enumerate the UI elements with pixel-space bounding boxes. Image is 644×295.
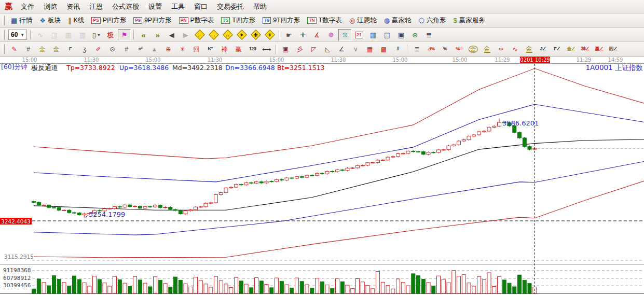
calculator-button[interactable]: ▦	[366, 29, 379, 41]
angle-tool-button[interactable]: ∡	[310, 29, 323, 41]
menu-item-4[interactable]: 江恩	[85, 0, 107, 13]
scale-levels-button[interactable]: ≣	[410, 43, 423, 55]
trend-pen-button[interactable]: ✑	[495, 43, 508, 55]
toolbar-item-kline[interactable]: ∥K线	[64, 16, 88, 25]
toolbar-item-sectors[interactable]: ❖板块	[36, 16, 64, 25]
dense-grid-button[interactable]: #	[120, 43, 133, 55]
overview-button[interactable]: ∿	[34, 29, 47, 41]
wave-tool-button[interactable]: ∿	[509, 43, 522, 55]
ying-angle-button[interactable]: 赢∠	[593, 43, 606, 55]
n2-grid-button[interactable]: n²	[134, 43, 147, 55]
crosshair-tool-button[interactable]: ✛	[296, 29, 309, 41]
circle-cross-button[interactable]: ⊕	[162, 43, 175, 55]
pan-left-button[interactable]: ←	[193, 29, 206, 41]
report-button[interactable]: ▤	[48, 29, 61, 41]
notes-button[interactable]: ▤	[380, 29, 393, 41]
ying-grid-button[interactable]: 赢	[232, 43, 245, 55]
indicator-flag-button[interactable]: ⚑	[118, 29, 131, 41]
toolbar-item-p-square[interactable]: PSP四方形	[88, 16, 130, 25]
toolbar-item-winner-wheel[interactable]: ◍赢家轮	[380, 16, 415, 25]
menu-item-8[interactable]: 窗口	[189, 0, 212, 13]
expand-horizontal-button[interactable]: ↔	[221, 29, 234, 41]
red-grid-b-button[interactable]: ▩	[377, 43, 390, 55]
toolbar-item-9p-square[interactable]: P99P四方形	[130, 16, 175, 25]
percent-levels-button[interactable]: %=	[453, 43, 465, 55]
gold-grid-b-button[interactable]: 金	[50, 43, 63, 55]
toolbar-separator	[30, 30, 31, 39]
j-angle-button[interactable]: J∠	[537, 43, 550, 55]
angle-lines-button[interactable]: ∠	[335, 43, 348, 55]
gold-angle-button[interactable]: 金∠	[565, 43, 578, 55]
arc-tool-button[interactable]: ʒ	[78, 43, 91, 55]
menu-item-5[interactable]: 公式选股	[107, 0, 144, 13]
f-angle-button[interactable]: F∠	[551, 43, 564, 55]
square-spiral-button[interactable]: 回	[190, 43, 203, 55]
toolbar-item-gann-wheel[interactable]: ◎江恩轮	[346, 16, 380, 25]
cone-tool-button[interactable]: ▲	[148, 43, 161, 55]
percent-triangle-button[interactable]: ⊿%	[424, 43, 437, 55]
menu-item-9[interactable]: 交易委托	[212, 0, 249, 13]
hash-grid-button[interactable]: #	[22, 43, 35, 55]
toolbar-item-hexagon[interactable]: ⬡六角形	[415, 16, 450, 25]
gold-grid-a-button[interactable]: 金	[36, 43, 49, 55]
first-bar-button[interactable]: «	[137, 29, 150, 41]
window-tool-button[interactable]: ▣	[279, 43, 292, 55]
number-grid-button[interactable]: 123	[246, 43, 259, 55]
toolbar-item-t-number-table[interactable]: TNT数字表	[304, 16, 345, 25]
chart-canvas[interactable]: 15:0011:3015:0011:3015:0011:3015:0015:00…	[0, 57, 644, 295]
parallel-lines-button[interactable]: //	[391, 43, 404, 55]
f-grid-button[interactable]: F	[64, 43, 77, 55]
network-button[interactable]: ⊛	[408, 29, 421, 41]
shen-grid-button[interactable]: 神	[218, 43, 231, 55]
jifan-channel-button[interactable]: 极	[104, 29, 117, 41]
menu-item-3[interactable]: 资讯	[62, 0, 85, 13]
brush-tool-button[interactable]: ✎	[8, 43, 21, 55]
menu-item-10[interactable]: 帮助	[249, 0, 271, 13]
shen-angle-button[interactable]: 神∠	[579, 43, 592, 55]
compare-9-button[interactable]: ▥	[76, 29, 89, 41]
red-grid-a-button[interactable]: ▦	[363, 43, 376, 55]
candle-style-button[interactable]: ▯▼	[90, 29, 103, 41]
fan-ltri-button[interactable]: ◸	[307, 43, 320, 55]
hand-tool-button[interactable]: ☛	[282, 29, 295, 41]
pan-right-button[interactable]: →	[207, 29, 220, 41]
toolbar-item-t-square[interactable]: TST四方形	[217, 16, 259, 25]
smart-analysis-button[interactable]: ❊	[338, 29, 351, 41]
toolbar-item-p-number-table[interactable]: PNP数字表	[175, 16, 218, 25]
period-select[interactable]: 60▼	[8, 30, 27, 40]
gold-circle-button[interactable]: 金	[467, 43, 479, 55]
gold-line-button[interactable]: 金	[523, 43, 536, 55]
compare-3-button[interactable]: ▥	[62, 29, 75, 41]
toolbar-item-winner-service[interactable]: $赢家服务	[449, 16, 488, 25]
compress-horizontal-button[interactable]: ✦	[235, 29, 248, 41]
v-lines-button[interactable]: ∨	[349, 43, 362, 55]
first-bar-icon: «	[142, 31, 146, 39]
indicator-name[interactable]: 极反通道	[31, 64, 58, 72]
zoom-in-button[interactable]: ✚	[249, 29, 262, 41]
save-button[interactable]: ▣	[394, 29, 407, 41]
percent-button[interactable]: %	[439, 43, 451, 55]
candle-body	[300, 177, 304, 177]
gann-shape-tool-button[interactable]: ❉	[324, 29, 337, 41]
menu-item-2[interactable]: 浏览	[39, 0, 62, 13]
ray-fan-button[interactable]: 彡	[293, 43, 306, 55]
gold-levels-button[interactable]: 金	[481, 43, 494, 55]
print-button[interactable]: ≣	[422, 29, 435, 41]
toolbar-item-quotes[interactable]: ▦行情	[7, 16, 36, 25]
zoom-all-button[interactable]: ✳	[263, 29, 276, 41]
width-measure-button[interactable]: ⟷	[260, 43, 273, 55]
ray-star-button[interactable]: ✳	[176, 43, 189, 55]
pen-tool-button[interactable]: ✐	[92, 43, 105, 55]
four-angle-button[interactable]: 四∠	[607, 43, 620, 55]
fan-box-button[interactable]: ◺	[321, 43, 334, 55]
time-cycle-button[interactable]: ⊙	[106, 43, 119, 55]
menu-item-7[interactable]: 工具	[167, 0, 189, 13]
calendar-button[interactable]: 21	[352, 29, 365, 41]
menu-item-6[interactable]: 设置	[144, 0, 167, 13]
next-bar-button[interactable]: ▶	[179, 29, 192, 41]
k-note-button[interactable]: K"	[204, 43, 217, 55]
last-bar-button[interactable]: »	[151, 29, 164, 41]
menu-item-1[interactable]: 文件	[16, 0, 39, 13]
toolbar-item-9t-square[interactable]: T99T四方形	[259, 16, 304, 25]
prev-bar-button[interactable]: ◀	[165, 29, 178, 41]
